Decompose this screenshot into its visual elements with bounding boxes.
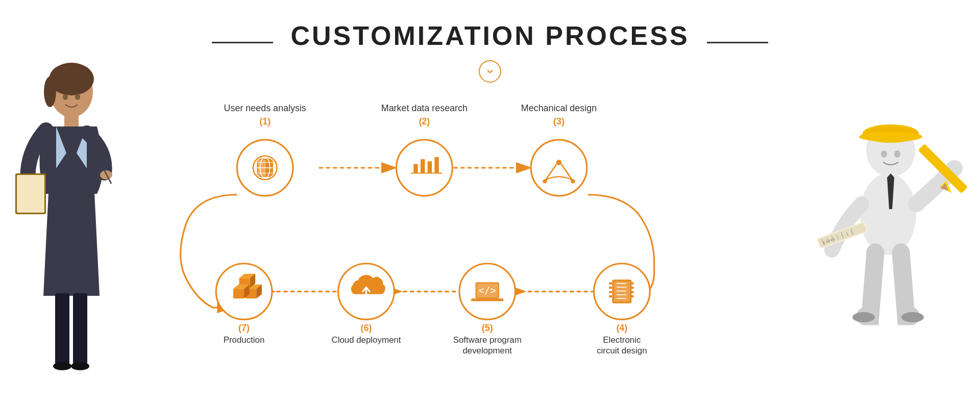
svg-rect-7: [17, 175, 44, 213]
svg-text:Production: Production: [224, 335, 265, 345]
svg-point-71: [531, 140, 587, 196]
title-section: CUSTOMIZATION PROCESS: [0, 0, 980, 51]
svg-rect-86: [609, 287, 612, 289]
svg-text:(3): (3): [553, 116, 565, 126]
step-node-3: Mechanical design (3): [521, 103, 597, 196]
svg-point-22: [894, 150, 900, 158]
svg-point-36: [852, 312, 875, 322]
svg-rect-88: [609, 295, 612, 297]
title-line-left: [212, 42, 273, 43]
step-node-6: (6) Cloud deployment: [332, 264, 401, 345]
svg-text:(7): (7): [238, 323, 250, 333]
person-left-figure: [0, 51, 153, 408]
svg-text:(5): (5): [482, 323, 493, 333]
svg-rect-87: [609, 291, 612, 293]
svg-rect-65: [421, 159, 425, 173]
svg-text:</>: </>: [479, 285, 496, 296]
step-node-4: (4) Electronic circuit design: [594, 264, 650, 355]
svg-point-37: [901, 312, 924, 322]
svg-point-15: [75, 94, 80, 100]
svg-text:development: development: [462, 346, 512, 355]
svg-rect-3: [64, 115, 79, 128]
svg-text:(6): (6): [361, 323, 372, 333]
svg-text:(1): (1): [259, 116, 271, 126]
svg-text:(2): (2): [419, 116, 430, 126]
svg-rect-67: [434, 157, 438, 173]
step-node-7: (7) Production: [216, 264, 272, 345]
svg-text:Cloud deployment: Cloud deployment: [332, 335, 401, 345]
svg-text:Electronic: Electronic: [603, 335, 641, 345]
svg-rect-11: [73, 293, 87, 365]
svg-text:Market data research: Market data research: [381, 103, 468, 113]
svg-rect-100: [471, 298, 503, 301]
step-node-1: User needs analysis (1): [224, 103, 306, 196]
svg-rect-85: [609, 283, 612, 285]
svg-rect-92: [630, 295, 633, 297]
svg-point-21: [881, 150, 887, 158]
svg-rect-90: [630, 287, 633, 289]
svg-rect-91: [630, 291, 633, 293]
svg-rect-64: [413, 164, 418, 173]
svg-text:Mechanical design: Mechanical design: [521, 103, 597, 113]
step-node-5: </> (5) Software program development: [453, 264, 522, 355]
svg-point-2: [44, 76, 56, 107]
svg-point-14: [63, 94, 68, 100]
svg-text:circuit design: circuit design: [597, 346, 647, 355]
svg-rect-10: [55, 293, 69, 365]
page-title: CUSTOMIZATION PROCESS: [290, 20, 689, 51]
svg-point-13: [71, 362, 89, 370]
flow-canvas: User needs analysis (1) Market data rese…: [143, 79, 837, 375]
svg-rect-89: [630, 283, 633, 285]
title-line-right: [707, 42, 768, 43]
svg-point-20: [859, 132, 922, 142]
svg-text:User needs analysis: User needs analysis: [224, 103, 306, 113]
svg-rect-109: [233, 289, 244, 298]
svg-point-72: [556, 160, 562, 165]
svg-point-12: [53, 362, 71, 370]
svg-text:Software program: Software program: [453, 335, 522, 345]
svg-text:(4): (4): [616, 323, 627, 333]
svg-rect-66: [428, 161, 432, 173]
step-node-2: Market data research (2): [381, 103, 468, 196]
